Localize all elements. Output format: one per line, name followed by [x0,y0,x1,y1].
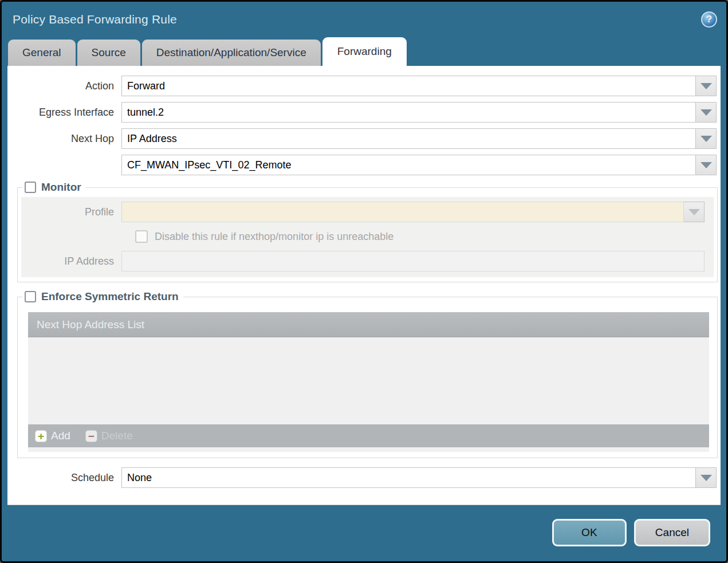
disable-rule-checkbox [135,230,148,243]
add-button-label: Add [51,430,70,442]
schedule-label: Schedule [7,472,121,484]
monitor-ip-address-label: IP Address [21,255,121,267]
monitor-legend-label: Monitor [41,181,81,194]
enforce-symmetric-return-legend-label: Enforce Symmetric Return [41,290,179,303]
next-hop-type-dropdown-button[interactable] [696,128,717,149]
disable-rule-label: Disable this rule if nexthop/monitor ip … [155,231,393,243]
next-hop-address-select[interactable] [121,155,696,175]
chevron-down-icon [701,109,712,116]
action-combo [121,76,717,96]
monitor-legend: Monitor [22,181,86,194]
dialog-title: Policy Based Forwarding Rule [13,13,177,26]
next-hop-address-row [7,155,721,175]
egress-interface-dropdown-button[interactable] [696,102,717,123]
enforce-symmetric-return-checkbox[interactable] [25,291,36,302]
tab-destination-application-service[interactable]: Destination/Application/Service [142,40,321,66]
action-row: Action [7,76,721,96]
profile-row: Profile [21,202,714,222]
tab-bar: General Source Destination/Application/S… [2,37,726,66]
schedule-combo [121,467,717,488]
monitor-fieldset: Monitor Profile Disable this rule if nex… [17,181,718,282]
delete-button-label: Delete [101,430,133,442]
ok-button[interactable]: OK [552,519,627,546]
next-hop-address-combo [121,155,717,175]
next-hop-type-combo [121,128,717,149]
monitor-panel: Profile Disable this rule if nexthop/mon… [21,197,714,277]
schedule-dropdown-button[interactable] [696,467,717,488]
dialog-titlebar: Policy Based Forwarding Rule ? [2,2,726,37]
policy-based-forwarding-dialog: Policy Based Forwarding Rule ? General S… [0,0,728,563]
delete-button: − Delete [85,430,133,442]
chevron-down-icon [701,136,712,142]
egress-interface-label: Egress Interface [7,107,121,119]
next-hop-address-list-table: Next Hop Address List + Add − Delete [28,312,709,452]
chevron-down-icon [701,162,712,168]
egress-interface-row: Egress Interface [7,102,721,123]
profile-dropdown-button [684,202,705,222]
schedule-select[interactable] [121,467,696,488]
next-hop-row: Next Hop [7,128,721,149]
enforce-symmetric-return-fieldset: Enforce Symmetric Return Next Hop Addres… [17,290,718,458]
monitor-ip-address-input [121,251,705,271]
plus-icon: + [35,430,47,442]
tab-general[interactable]: General [8,40,76,66]
schedule-row: Schedule [7,467,721,488]
minus-icon: − [85,430,97,442]
profile-label: Profile [21,206,121,218]
action-select[interactable] [121,76,696,96]
chevron-down-icon [701,83,712,89]
egress-interface-combo [121,102,717,123]
action-dropdown-button[interactable] [696,76,717,96]
profile-combo [121,202,705,222]
tab-source[interactable]: Source [77,40,140,66]
cancel-button[interactable]: Cancel [634,519,710,546]
enforce-symmetric-return-legend: Enforce Symmetric Return [22,290,183,303]
next-hop-address-dropdown-button[interactable] [696,155,717,175]
table-toolbar: + Add − Delete [28,424,709,447]
egress-interface-select[interactable] [121,102,696,123]
action-label: Action [7,80,121,92]
forwarding-tab-panel: Action Egress Interface Next Hop [7,66,721,505]
next-hop-address-list-body[interactable] [28,337,709,424]
table-footer-strip [28,447,709,452]
monitor-checkbox[interactable] [25,182,36,193]
help-icon[interactable]: ? [701,11,717,27]
next-hop-address-list-header: Next Hop Address List [28,312,709,337]
chevron-down-icon [701,475,712,481]
profile-select [121,202,684,222]
next-hop-label: Next Hop [7,133,121,145]
next-hop-type-select[interactable] [121,128,696,149]
chevron-down-icon [688,209,700,215]
dialog-footer: OK Cancel [2,505,726,560]
disable-rule-row: Disable this rule if nexthop/monitor ip … [135,230,714,243]
add-button[interactable]: + Add [35,430,70,442]
tab-forwarding[interactable]: Forwarding [322,37,407,66]
monitor-ip-address-row: IP Address [21,251,714,271]
